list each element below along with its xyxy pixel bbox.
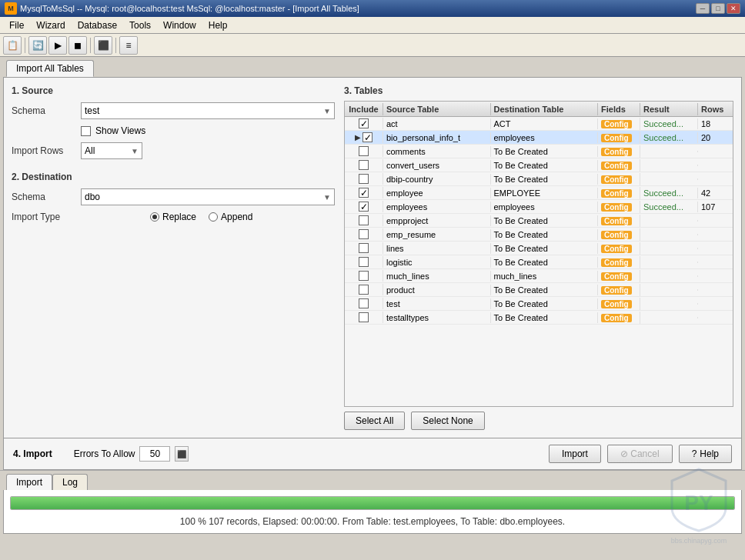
table-row[interactable]: ✓employeeEMPLOYEEConfigSucceed...42 xyxy=(345,186,733,200)
maximize-button[interactable]: □ xyxy=(711,3,725,14)
include-checkbox[interactable]: ✓ xyxy=(359,202,369,212)
replace-radio-item[interactable]: Replace xyxy=(150,212,196,222)
table-row[interactable]: productTo Be CreatedConfig xyxy=(345,283,733,297)
import-rows-select[interactable]: All ▼ xyxy=(81,142,142,159)
cell-dest: To Be Created xyxy=(491,229,599,240)
bottom-tab-import[interactable]: Import xyxy=(6,474,52,490)
table-row[interactable]: ▶✓bio_personal_info_temployeesConfigSucc… xyxy=(345,131,733,145)
include-checkbox[interactable] xyxy=(359,312,369,322)
cell-result: Succeed... xyxy=(640,202,698,212)
toolbar-btn-5[interactable]: ⬛ xyxy=(94,36,112,55)
config-badge[interactable]: Config xyxy=(601,245,632,253)
table-row[interactable]: ✓employeesemployeesConfigSucceed...107 xyxy=(345,200,733,214)
include-checkbox[interactable]: ✓ xyxy=(359,118,369,128)
table-row[interactable]: testalltypesTo Be CreatedConfig xyxy=(345,311,733,325)
toolbar-btn-3[interactable]: ▶ xyxy=(48,36,67,55)
table-row[interactable]: emp_resumeTo Be CreatedConfig xyxy=(345,228,733,242)
toolbar-btn-6[interactable]: ≡ xyxy=(119,36,138,55)
dest-schema-row: Schema dbo ▼ xyxy=(12,188,335,205)
cell-include xyxy=(345,256,383,268)
minimize-button[interactable]: ─ xyxy=(696,3,710,14)
include-checkbox[interactable] xyxy=(359,285,369,295)
config-badge[interactable]: Config xyxy=(601,258,632,267)
cell-fields: Config xyxy=(598,132,640,144)
config-badge[interactable]: Config xyxy=(601,175,632,184)
config-badge[interactable]: Config xyxy=(601,231,632,239)
include-checkbox[interactable] xyxy=(359,257,369,267)
include-checkbox[interactable] xyxy=(359,160,369,170)
config-badge[interactable]: Config xyxy=(601,134,632,142)
toolbar-btn-1[interactable]: 📋 xyxy=(3,36,22,55)
config-badge[interactable]: Config xyxy=(601,203,632,212)
col-rows: Rows xyxy=(698,103,733,115)
config-badge[interactable]: Config xyxy=(601,148,632,156)
progress-bar-fill xyxy=(11,497,734,509)
include-checkbox[interactable]: ✓ xyxy=(359,188,369,198)
cell-dest: much_lines xyxy=(491,271,599,282)
close-button[interactable]: ✕ xyxy=(727,3,740,14)
config-badge[interactable]: Config xyxy=(601,300,632,308)
table-row[interactable]: empprojectTo Be CreatedConfig xyxy=(345,214,733,228)
help-button[interactable]: ? Help xyxy=(679,445,732,463)
cell-dest: employees xyxy=(491,132,599,143)
append-radio-item[interactable]: Append xyxy=(209,212,252,222)
table-row[interactable]: commentsTo Be CreatedConfig xyxy=(345,145,733,158)
errors-input[interactable]: 50 xyxy=(139,446,170,462)
table-row[interactable]: testTo Be CreatedConfig xyxy=(345,297,733,311)
errors-spinner[interactable]: ⬛ xyxy=(175,446,189,462)
cell-result xyxy=(640,151,698,152)
menu-item-wizard[interactable]: Wizard xyxy=(30,18,71,32)
source-schema-input[interactable]: test ▼ xyxy=(81,102,335,119)
toolbar: 📋 🔄 ▶ ◼ ⬛ ≡ xyxy=(0,34,745,57)
app-icon: M xyxy=(5,2,17,15)
table-row[interactable]: much_linesmuch_linesConfig xyxy=(345,269,733,283)
toolbar-btn-4[interactable]: ◼ xyxy=(68,36,87,55)
bottom-tab-log[interactable]: Log xyxy=(52,474,88,490)
config-badge[interactable]: Config xyxy=(601,217,632,225)
cell-rows xyxy=(698,234,733,235)
menu-item-help[interactable]: Help xyxy=(202,18,234,32)
cell-include xyxy=(345,173,383,185)
table-row[interactable]: logisticTo Be CreatedConfig xyxy=(345,255,733,269)
config-badge[interactable]: Config xyxy=(601,120,632,128)
destination-section-title: 2. Destination xyxy=(12,172,335,182)
config-badge[interactable]: Config xyxy=(601,314,632,322)
menu-item-database[interactable]: Database xyxy=(72,18,123,32)
cell-include: ✓ xyxy=(345,201,383,212)
cell-rows: 20 xyxy=(698,132,733,143)
cell-result xyxy=(640,317,698,318)
menu-item-tools[interactable]: Tools xyxy=(123,18,157,32)
include-checkbox[interactable] xyxy=(359,298,369,308)
row-arrow-icon: ▶ xyxy=(355,133,361,142)
select-none-button[interactable]: Select None xyxy=(411,412,484,430)
append-radio[interactable] xyxy=(209,212,218,222)
show-views-checkbox[interactable] xyxy=(81,126,91,136)
include-checkbox[interactable] xyxy=(359,229,369,239)
include-checkbox[interactable] xyxy=(359,271,369,281)
table-row[interactable]: dbip-countryTo Be CreatedConfig xyxy=(345,172,733,186)
config-badge[interactable]: Config xyxy=(601,189,632,198)
select-all-button[interactable]: Select All xyxy=(344,412,405,430)
table-row[interactable]: ✓actACTConfigSucceed...18 xyxy=(345,117,733,131)
tab-import-all-tables[interactable]: Import All Tables xyxy=(6,60,94,77)
replace-radio[interactable] xyxy=(150,212,159,222)
include-checkbox[interactable] xyxy=(359,243,369,253)
config-badge[interactable]: Config xyxy=(601,162,632,170)
cell-fields: Config xyxy=(598,284,640,296)
toolbar-btn-2[interactable]: 🔄 xyxy=(28,36,47,55)
include-checkbox[interactable]: ✓ xyxy=(362,132,372,142)
config-badge[interactable]: Config xyxy=(601,272,632,281)
include-checkbox[interactable] xyxy=(359,174,369,184)
include-checkbox[interactable] xyxy=(359,146,369,156)
include-checkbox[interactable] xyxy=(359,215,369,225)
table-row[interactable]: convert_usersTo Be CreatedConfig xyxy=(345,158,733,172)
menu-item-file[interactable]: File xyxy=(3,18,30,32)
import-button[interactable]: Import xyxy=(549,445,601,463)
cancel-button[interactable]: ⊘ Cancel xyxy=(607,445,673,463)
config-badge[interactable]: Config xyxy=(601,286,632,295)
menu-item-window[interactable]: Window xyxy=(157,18,202,32)
replace-radio-inner xyxy=(152,215,157,219)
cell-dest: To Be Created xyxy=(491,312,599,323)
dest-schema-input[interactable]: dbo ▼ xyxy=(81,188,335,205)
table-row[interactable]: linesTo Be CreatedConfig xyxy=(345,242,733,255)
